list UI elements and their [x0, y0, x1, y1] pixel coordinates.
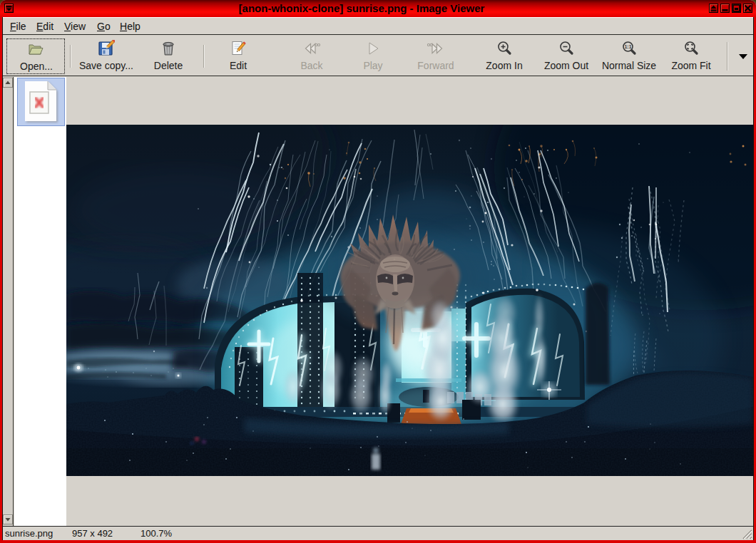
svg-text:1:1: 1:1 — [624, 44, 631, 49]
